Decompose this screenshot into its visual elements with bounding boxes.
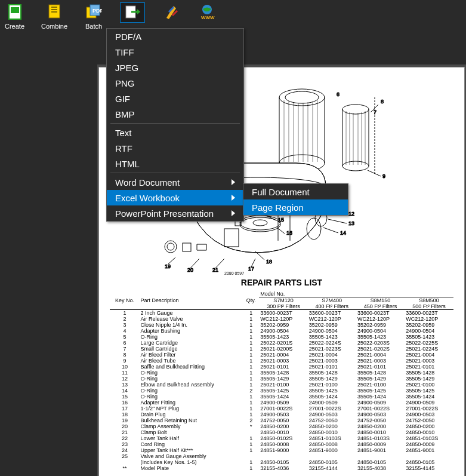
menu-item-excelworkbook[interactable]: Excel Workbook [107, 190, 243, 205]
menu-item-worddocument[interactable]: Word Document [107, 174, 243, 190]
table-row: 9Air Bleed Tube125021-000325021-00032502… [110, 358, 453, 364]
menu-item-gif[interactable]: GIF [107, 91, 243, 106]
table-row: 4Adapter Bushing124900-050424900-0504249… [110, 328, 453, 334]
menu-item-rtf[interactable]: RTF [107, 140, 243, 156]
table-row: 11O-Ring135505-142835505-142835505-14283… [110, 370, 453, 376]
table-row: 23Cord Ring124850-000824850-000824850-00… [110, 441, 453, 447]
menu-item-bmp[interactable]: BMP [107, 106, 243, 122]
svg-text:9: 9 [382, 173, 385, 179]
menu-item-jpeg[interactable]: JPEG [107, 60, 243, 75]
svg-text:12: 12 [348, 211, 354, 217]
col-model-group: Model No. [259, 291, 453, 297]
table-row: 24Upper Tank Half Kit***124851-900024851… [110, 447, 453, 453]
col-desc: Part Description [140, 291, 243, 310]
svg-text:PDF: PDF [92, 8, 102, 14]
export-button[interactable] [120, 2, 145, 23]
batch-icon: PDF [84, 2, 103, 22]
table-title: REPAIR PARTS LIST [99, 278, 464, 287]
table-row: 12O-Ring135505-142935505-142935505-14293… [110, 376, 453, 382]
table-row: 14O-Ring235505-142535505-142535505-14253… [110, 388, 453, 394]
submenu-arrow-icon [232, 210, 235, 216]
table-row: 7Small Cartridge125021-0200S25021-0223S2… [110, 346, 453, 352]
menu-item-html[interactable]: HTML [107, 156, 243, 171]
combine-icon [45, 2, 64, 22]
table-row: 15O-Ring135505-142435505-142435505-14243… [110, 394, 453, 400]
svg-point-48 [165, 241, 177, 253]
table-row: (Includes Key Nos. 1-5)124850-010524850-… [110, 459, 453, 465]
menu-item-png[interactable]: PNG [107, 75, 243, 91]
submenu-item-fulldocument[interactable]: Full Document [243, 184, 348, 199]
col-qty: Qty. [243, 291, 259, 310]
svg-text:6: 6 [337, 91, 340, 97]
svg-rect-2 [49, 5, 60, 18]
table-row: 12 Inch Gauge133600-0023T33600-0023T3360… [110, 310, 453, 317]
table-row: 21Clamp Bolt24850-001024850-001024850-00… [110, 429, 453, 435]
tool-a-button[interactable] [162, 2, 181, 22]
svg-text:16: 16 [286, 230, 292, 236]
table-row: 2Air Release Valve1WC212-120PWC212-120PW… [110, 316, 453, 322]
table-row: 8Air Bleed Filter125021-000425021-000425… [110, 352, 453, 358]
combine-label: Combine [41, 23, 67, 30]
menu-item-powerpointpresentation[interactable]: PowerPoint Presentation [107, 205, 243, 221]
svg-text:7: 7 [374, 109, 376, 115]
menu-item-pdfa[interactable]: PDF/A [107, 29, 243, 44]
svg-text:15: 15 [278, 217, 284, 223]
table-row: 25Valve and Gauge Assembly [110, 453, 453, 459]
table-row: 171-1/2" NPT Plug127001-0022S27001-0022S… [110, 406, 453, 411]
svg-line-89 [323, 228, 338, 233]
svg-line-87 [328, 219, 347, 223]
menu-separator [110, 173, 240, 173]
svg-text:WWW: WWW [201, 15, 215, 20]
table-row: 20Clamp Assembly*24850-020024850-0200248… [110, 423, 453, 429]
svg-text:13: 13 [348, 220, 354, 226]
create-button[interactable]: Create [5, 2, 24, 30]
web-button[interactable]: WWW [197, 2, 217, 22]
col-model: S7M400400 Ft² Filters [308, 297, 356, 310]
table-row: 18Drain Plug124900-050324900-050324900-0… [110, 411, 453, 417]
create-icon [5, 2, 24, 22]
diagram-ref: 2080 0597 [224, 271, 244, 275]
svg-line-59 [368, 170, 381, 176]
submenu-arrow-icon [232, 179, 235, 185]
parts-table: Key No. Part Description Qty. Model No. … [110, 291, 453, 471]
svg-text:8: 8 [381, 99, 384, 105]
svg-point-17 [285, 91, 319, 103]
web-icon: WWW [197, 2, 217, 22]
table-row: 3Close Nipple 1/4 In.135202-095935202-09… [110, 322, 453, 328]
svg-line-73 [168, 257, 175, 265]
table-row: 5O-Ring135505-142335505-142335505-142335… [110, 334, 453, 340]
export-menu: PDF/ATIFFJPEGPNGGIFBMPTextRTFHTMLWord Do… [106, 28, 244, 222]
col-model: S8M500500 Ft² Filters [405, 297, 453, 310]
table-row: 6Large Cartridge125022-0201S25022-0224S2… [110, 340, 453, 346]
batch-button[interactable]: PDF Batch [84, 2, 103, 30]
col-model: S8M150450 Ft² Filters [356, 297, 405, 310]
table-row: 19Bulkhead Retaining Nut224752-005024752… [110, 417, 453, 423]
submenu-item-pageregion[interactable]: Page Region [243, 199, 348, 215]
table-row: 16Adapter Fitting124900-050924900-050924… [110, 400, 453, 406]
combine-button[interactable]: Combine [41, 2, 67, 30]
svg-rect-50 [183, 243, 191, 251]
svg-point-32 [342, 161, 369, 171]
create-label: Create [5, 23, 24, 30]
menu-item-text[interactable]: Text [107, 125, 243, 140]
svg-point-29 [342, 105, 369, 114]
svg-text:18: 18 [266, 259, 272, 265]
svg-text:14: 14 [340, 230, 346, 236]
table-row: **Model Plate132155-403632155-414432155-… [110, 465, 453, 471]
table-row: 22Lower Tank Half124850-0102S24851-0103S… [110, 435, 453, 441]
tool-a-icon [162, 2, 181, 22]
export-submenu: Full DocumentPage Region [243, 183, 348, 216]
table-row: 13Elbow and Bulkhead Assembly125021-0100… [110, 382, 453, 388]
svg-line-69 [215, 259, 224, 268]
menu-separator [110, 123, 240, 124]
col-model: S7M120300 Ft² Filters [259, 297, 307, 310]
svg-rect-1 [11, 7, 19, 13]
menu-item-tiff[interactable]: TIFF [107, 44, 243, 60]
batch-label: Batch [85, 23, 102, 30]
svg-point-49 [167, 243, 174, 250]
export-icon [123, 3, 142, 22]
submenu-arrow-icon [232, 195, 235, 201]
table-row: 10Baffle and Bulkhead Fitting125021-0101… [110, 364, 453, 370]
svg-line-71 [190, 259, 199, 268]
col-key: Key No. [110, 291, 139, 310]
